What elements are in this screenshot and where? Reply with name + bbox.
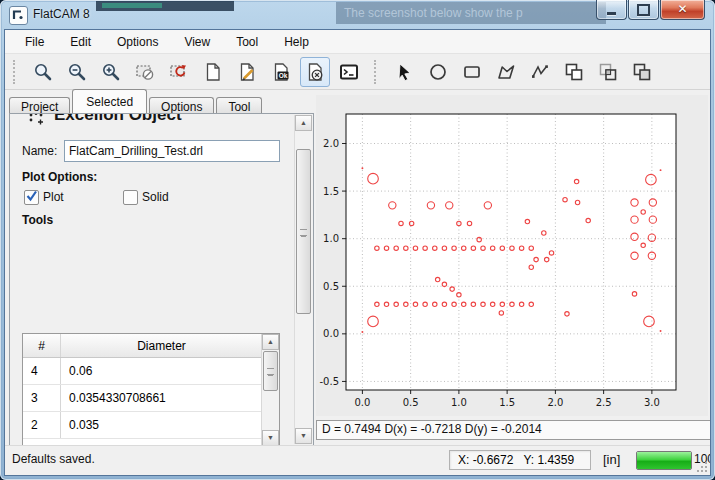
zoom-in-icon: [101, 62, 121, 82]
app-icon: [9, 6, 28, 25]
solid-checkbox-label[interactable]: Solid: [142, 190, 169, 204]
tools-table-header[interactable]: # Diameter: [23, 334, 262, 358]
name-input[interactable]: [64, 140, 280, 162]
scroll-down-icon[interactable]: ▼: [295, 428, 312, 444]
polygon-intersection-button[interactable]: [593, 57, 623, 87]
svg-text:Ok: Ok: [279, 71, 288, 78]
minimize-button[interactable]: [596, 0, 627, 20]
polygon-union-button[interactable]: [559, 57, 589, 87]
solid-checkbox[interactable]: [123, 190, 138, 205]
panel-header: Excellon Object: [20, 114, 291, 129]
clear-plot-button[interactable]: [130, 57, 160, 87]
window-controls: ✕: [595, 0, 705, 20]
menu-help[interactable]: Help: [274, 32, 319, 52]
tab-selected[interactable]: Selected: [72, 89, 147, 113]
command-line-button[interactable]: [334, 57, 364, 87]
panel-scrollbar[interactable]: ▲ ▼: [294, 115, 312, 444]
table-row[interactable]: 40.06: [23, 358, 262, 385]
svg-text:2.0: 2.0: [547, 397, 563, 408]
draw-path-button[interactable]: [525, 57, 555, 87]
name-label: Name:: [22, 144, 57, 158]
panel-scrollbar-thumb[interactable]: [296, 149, 311, 314]
cancel-edit-button[interactable]: [300, 57, 330, 87]
draw-circle-button[interactable]: [423, 57, 453, 87]
svg-text:-0.5: -0.5: [319, 376, 339, 387]
draw-circle-icon: [428, 62, 448, 82]
table-scrollbar[interactable]: ▲ ▼: [261, 334, 279, 445]
scroll-up-icon[interactable]: ▲: [295, 115, 312, 131]
svg-text:2.5: 2.5: [596, 397, 612, 408]
svg-text:1.0: 1.0: [323, 233, 339, 244]
panel-title: Excellon Object: [54, 114, 182, 125]
units-label: [in]: [603, 452, 620, 467]
draw-path-icon: [530, 62, 550, 82]
draw-polygon-button[interactable]: [491, 57, 521, 87]
menu-options[interactable]: Options: [107, 32, 168, 52]
zoom-out-button[interactable]: [62, 57, 92, 87]
edit-object-icon: [237, 62, 257, 82]
edit-object-button[interactable]: [232, 57, 262, 87]
svg-text:1.5: 1.5: [323, 186, 339, 197]
column-header-number: #: [23, 334, 61, 357]
polygon-union-icon: [564, 62, 584, 82]
zoom-fit-icon: [33, 62, 53, 82]
menu-tool[interactable]: Tool: [226, 32, 268, 52]
zoom-fit-button[interactable]: [28, 57, 58, 87]
background-window-fragment: [96, 1, 234, 11]
resize-grip[interactable]: [696, 461, 708, 473]
table-scrollbar-thumb[interactable]: [263, 351, 278, 391]
maximize-button[interactable]: [628, 0, 659, 20]
background-window-text: The screenshot below show the p: [336, 2, 606, 24]
polygon-subtract-icon: [632, 62, 652, 82]
menu-file[interactable]: File: [15, 32, 54, 52]
toolbar-draw: [387, 57, 659, 87]
new-project-button[interactable]: [198, 57, 228, 87]
progress-bar: [636, 451, 692, 470]
svg-text:1.0: 1.0: [451, 397, 467, 408]
accept-edit-button[interactable]: Ok: [266, 57, 296, 87]
toolbar-grip[interactable]: [13, 60, 20, 84]
table-row[interactable]: 30.0354330708661: [23, 385, 262, 412]
svg-text:0.5: 0.5: [403, 397, 419, 408]
tools-table: # Diameter 40.0630.035433070866120.035 ▲…: [22, 333, 280, 445]
accept-edit-icon: Ok: [271, 62, 291, 82]
measurement-readout: D = 0.7494 D(x) = -0.7218 D(y) = -0.2014: [316, 420, 711, 440]
tools-label: Tools: [22, 213, 53, 227]
replot-icon: [169, 62, 189, 82]
select-button[interactable]: [389, 57, 419, 87]
menu-view[interactable]: View: [174, 32, 220, 52]
select-icon: [394, 62, 414, 82]
desktop-background: The screenshot below show the p FlatCAM …: [0, 0, 715, 480]
menu-bar: FileEditOptionsViewToolHelp: [5, 30, 710, 54]
new-project-icon: [203, 62, 223, 82]
excellon-drill-icon: [28, 114, 44, 129]
mouse-coordinates: X: -0.6672 Y: 1.4359: [449, 450, 591, 470]
plot-checkbox-label[interactable]: Plot: [43, 190, 64, 204]
plot-checkbox[interactable]: [24, 190, 39, 205]
plot-canvas[interactable]: 0.00.51.01.52.02.53.0-0.50.00.51.01.52.0: [316, 95, 708, 416]
svg-text:0.5: 0.5: [323, 281, 339, 292]
scroll-up-icon[interactable]: ▲: [262, 334, 279, 350]
close-icon: ✕: [677, 1, 687, 18]
menu-edit[interactable]: Edit: [60, 32, 101, 52]
close-button[interactable]: ✕: [660, 0, 705, 20]
zoom-out-icon: [67, 62, 87, 82]
flatcam-window: The screenshot below show the p FlatCAM …: [0, 0, 715, 480]
toolbar-grip[interactable]: [374, 60, 381, 84]
replot-button[interactable]: [164, 57, 194, 87]
table-row[interactable]: 20.035: [23, 412, 262, 439]
cancel-edit-icon: [305, 62, 325, 82]
selected-panel: Excellon Object Name: Plot Options: Plot…: [9, 113, 314, 446]
window-title: FlatCAM 8: [33, 7, 90, 21]
polygon-subtract-button[interactable]: [627, 57, 657, 87]
svg-text:3.0: 3.0: [644, 397, 660, 408]
scroll-down-icon[interactable]: ▼: [262, 430, 279, 445]
zoom-in-button[interactable]: [96, 57, 126, 87]
draw-rectangle-button[interactable]: [457, 57, 487, 87]
toolbar-main: Ok: [26, 57, 366, 87]
svg-text:0.0: 0.0: [323, 328, 339, 339]
titlebar[interactable]: The screenshot below show the p FlatCAM …: [0, 0, 715, 29]
svg-text:0.0: 0.0: [354, 397, 370, 408]
status-message: Defaults saved.: [12, 452, 95, 466]
command-line-icon: [339, 62, 359, 82]
